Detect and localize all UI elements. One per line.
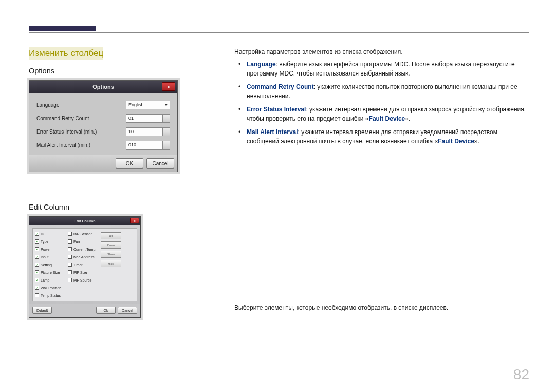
editcolumn-item[interactable]: ✓Picture Size xyxy=(35,269,67,275)
options-dialog: Options x Language English Command Retry… xyxy=(29,80,178,172)
editcolumn-item-label: Setting xyxy=(41,263,52,267)
options-heading: Options xyxy=(29,67,203,75)
checkbox[interactable]: ✓ xyxy=(35,286,39,290)
desc-language: : выберите язык интерфейса программы MDC… xyxy=(247,61,515,77)
editcolumn-item-label: Temp Status xyxy=(41,294,61,297)
default-button[interactable]: Default xyxy=(32,307,52,314)
header-accent-bar xyxy=(29,26,96,31)
error-interval-stepper[interactable]: 10 xyxy=(126,127,170,136)
editcolumn-item-label: Fan xyxy=(73,240,80,244)
editcolumn-dialog: Edit Column x ✓ID✓Type✓Power✓Input✓Setti… xyxy=(29,216,141,318)
down-button[interactable]: Down xyxy=(101,241,121,249)
checkbox[interactable] xyxy=(68,270,72,274)
language-select[interactable]: English xyxy=(126,101,170,109)
editcolumn-item[interactable]: Timer xyxy=(68,262,100,268)
editcolumn-item-label: Input xyxy=(41,255,49,259)
editcolumn-col2: B/R SensorFanCurrent Temp.Mac AddressTim… xyxy=(68,231,100,298)
editcolumn-dialog-title-text: Edit Column xyxy=(74,219,95,223)
editcolumn-dialog-title: Edit Column x xyxy=(29,217,140,225)
checkbox[interactable]: ✓ xyxy=(35,263,39,267)
editcol-desc-text: Выберите элементы, которые необходимо от… xyxy=(234,303,529,312)
checkbox[interactable] xyxy=(68,232,72,236)
desc-error-2: ». xyxy=(405,115,410,122)
editcolumn-item-label: PIP Size xyxy=(73,271,87,274)
retry-count-stepper[interactable]: 01 xyxy=(126,114,170,123)
editcolumn-item[interactable]: PIP Size xyxy=(68,269,100,275)
editcolumn-item-label: Current Temp. xyxy=(73,248,96,251)
editcolumn-item-label: PIP Source xyxy=(73,278,91,282)
editcolumn-item[interactable]: ✓ID xyxy=(35,231,67,237)
editcol-heading: Edit Column xyxy=(29,203,203,211)
options-item-error: Error Status Interval: укажите интервал … xyxy=(247,105,529,123)
checkbox[interactable]: ✓ xyxy=(35,255,39,259)
options-intro-text: Настройка параметров элементов из списка… xyxy=(234,47,529,57)
editcolumn-item-label: Timer xyxy=(73,263,83,267)
editcolumn-item[interactable]: ✓Type xyxy=(35,238,67,245)
editcolumn-item[interactable]: PIP Source xyxy=(68,277,100,283)
editcolumn-item-label: Type xyxy=(41,240,48,244)
editcolumn-item-label: Wall Position xyxy=(41,286,61,290)
editcolumn-item[interactable]: B/R Sensor xyxy=(68,231,100,237)
show-button[interactable]: Show xyxy=(101,251,121,258)
editcolumn-col1: ✓ID✓Type✓Power✓Input✓Setting✓Picture Siz… xyxy=(35,231,67,298)
checkbox[interactable] xyxy=(68,263,72,267)
options-error-label: Error Status Interval (min.) xyxy=(36,129,97,135)
term-error: Error Status Interval xyxy=(247,106,306,113)
editcolumn-item-label: B/R Sensor xyxy=(73,232,92,236)
editcolumn-item-label: Lamp xyxy=(41,278,50,282)
options-language-label: Language xyxy=(36,102,60,108)
page-number: 82 xyxy=(513,366,529,383)
ok-button[interactable]: OK xyxy=(116,158,143,169)
close-icon[interactable]: x xyxy=(130,218,139,223)
editcolumn-item[interactable]: ✓Setting xyxy=(35,262,67,268)
checkbox[interactable] xyxy=(68,239,72,244)
header-rule xyxy=(29,32,529,33)
options-item-mail: Mail Alert Interval: укажите интервал вр… xyxy=(247,127,529,146)
checkbox[interactable]: ✓ xyxy=(35,239,39,244)
checkbox[interactable] xyxy=(68,255,72,259)
editcolumn-item[interactable]: Fan xyxy=(68,238,100,245)
editcolumn-item[interactable]: Current Temp. xyxy=(68,246,100,252)
options-dialog-title: Options x xyxy=(29,81,177,93)
cancel-button[interactable]: Cancel xyxy=(146,158,174,169)
up-button[interactable]: Up xyxy=(101,232,121,239)
language-select-value: English xyxy=(128,102,144,107)
editcolumn-side-buttons: UpDownShowHide xyxy=(101,231,121,298)
desc-mail-2: ». xyxy=(474,138,479,145)
editcolumn-item[interactable]: ✓Lamp xyxy=(35,277,67,283)
editcolumn-item[interactable]: Mac Address xyxy=(68,254,100,260)
mail-interval-value: 010 xyxy=(128,142,136,147)
checkbox[interactable]: ✓ xyxy=(35,232,39,236)
options-dialog-title-text: Options xyxy=(92,84,114,90)
editcolumn-item-label: Picture Size xyxy=(41,271,60,274)
checkbox[interactable] xyxy=(68,247,72,251)
editcolumn-item[interactable]: Temp Status xyxy=(35,292,67,298)
options-item-retry: Command Retry Count: укажите количество … xyxy=(247,82,529,101)
editcolumn-item[interactable]: ✓Input xyxy=(35,254,67,260)
checkbox[interactable] xyxy=(68,278,72,282)
term-retry: Command Retry Count xyxy=(247,83,314,90)
cancel-button[interactable]: Cancel xyxy=(118,307,137,314)
retry-count-value: 01 xyxy=(128,116,134,121)
checkbox[interactable] xyxy=(35,293,39,297)
term-language: Language xyxy=(247,61,276,68)
checkbox[interactable]: ✓ xyxy=(35,247,39,251)
term-mail: Mail Alert Interval xyxy=(247,128,298,136)
checkbox[interactable]: ✓ xyxy=(35,270,39,274)
section-title: Изменить столбец xyxy=(29,47,103,60)
editcolumn-item-label: Power xyxy=(41,248,51,251)
ok-button[interactable]: Ok xyxy=(96,307,116,314)
editcolumn-item[interactable]: ✓Power xyxy=(35,246,67,252)
checkbox[interactable]: ✓ xyxy=(35,278,39,282)
editcolumn-item[interactable]: ✓Wall Position xyxy=(35,285,67,291)
editcolumn-item-label: Mac Address xyxy=(73,255,94,259)
mail-interval-stepper[interactable]: 010 xyxy=(126,141,170,150)
options-mail-label: Mail Alert Interval (min.) xyxy=(36,142,90,148)
close-icon[interactable]: x xyxy=(162,82,175,91)
hide-button[interactable]: Hide xyxy=(101,260,121,267)
options-item-language: Language: выберите язык интерфейса прогр… xyxy=(247,60,529,78)
error-interval-value: 10 xyxy=(128,129,134,134)
term-fault-device: Fault Device xyxy=(369,115,405,122)
editcolumn-item-label: ID xyxy=(41,232,44,236)
options-retry-label: Command Retry Count xyxy=(36,116,89,121)
